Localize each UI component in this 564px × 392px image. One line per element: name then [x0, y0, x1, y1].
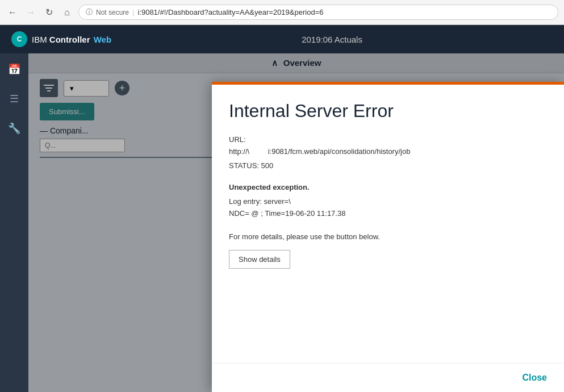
error-detail: URL: http://\ i:9081/fcm.web/api/consoli…: [229, 134, 547, 269]
security-label: ⓘ: [86, 7, 93, 17]
sidebar-icon-calendar[interactable]: 📅: [5, 60, 23, 78]
unexpected-label: Unexpected exception.: [229, 182, 547, 194]
home-button[interactable]: ⌂: [60, 6, 74, 19]
brand-text: IBM Controller Web: [32, 35, 111, 44]
url-label: URL:: [229, 134, 547, 146]
back-button[interactable]: ←: [6, 6, 19, 19]
url-section: URL: http://\ i:9081/fcm.web/api/consoli…: [229, 134, 547, 158]
modal-title: Internal Server Error: [229, 101, 547, 122]
browser-chrome: ← → ↻ ⌂ ⓘ Not secure | i:9081/#!/Dashboa…: [0, 0, 564, 25]
error-section: Unexpected exception. Log entry: server=…: [229, 182, 547, 219]
more-details-text: For more details, please use the button …: [229, 231, 547, 243]
url-text: i:9081/#!/Dashboard?actuality=AA&year=20…: [137, 8, 323, 16]
security-text: Not secure: [96, 9, 129, 16]
modal-dialog: Internal Server Error URL: http://\ i:90…: [212, 82, 564, 392]
close-button[interactable]: Close: [522, 373, 547, 383]
sidebar-icon-wrench[interactable]: 🔧: [5, 119, 23, 137]
show-details-button[interactable]: Show details: [229, 250, 290, 269]
ndc-line: NDC= @ ; Time=19-06-20 11:17.38: [229, 208, 547, 220]
main-content: ∧ Overview ▾ + Submission 1: [28, 53, 564, 392]
url-part1: http://\ i:9081/fcm.web/api/consolidatio…: [229, 146, 547, 158]
reload-button[interactable]: ↻: [42, 6, 56, 19]
status-line: STATUS: 500: [229, 160, 547, 172]
forward-button[interactable]: →: [24, 6, 37, 19]
navbar-center-text: 2019:06 Actuals: [111, 35, 553, 44]
modal-body: Internal Server Error URL: http://\ i:90…: [212, 85, 564, 363]
sidebar: 📅 ☰ 🔧: [0, 53, 28, 392]
sidebar-icon-list[interactable]: ☰: [5, 90, 23, 108]
top-navbar: C IBM Controller Web 2019:06 Actuals: [0, 25, 564, 53]
address-bar[interactable]: ⓘ Not secure | i:9081/#!/Dashboard?actua…: [78, 5, 558, 20]
app-container: C IBM Controller Web 2019:06 Actuals 📅 ☰…: [0, 25, 564, 392]
logo-area: C IBM Controller Web: [11, 31, 111, 47]
modal-overlay: Internal Server Error URL: http://\ i:90…: [28, 53, 564, 392]
content-area: 📅 ☰ 🔧 ∧ Overview ▾: [0, 53, 564, 392]
modal-footer: Close: [212, 363, 564, 392]
logo-icon: C: [11, 31, 27, 47]
log-entry: Log entry: server=\: [229, 196, 547, 208]
